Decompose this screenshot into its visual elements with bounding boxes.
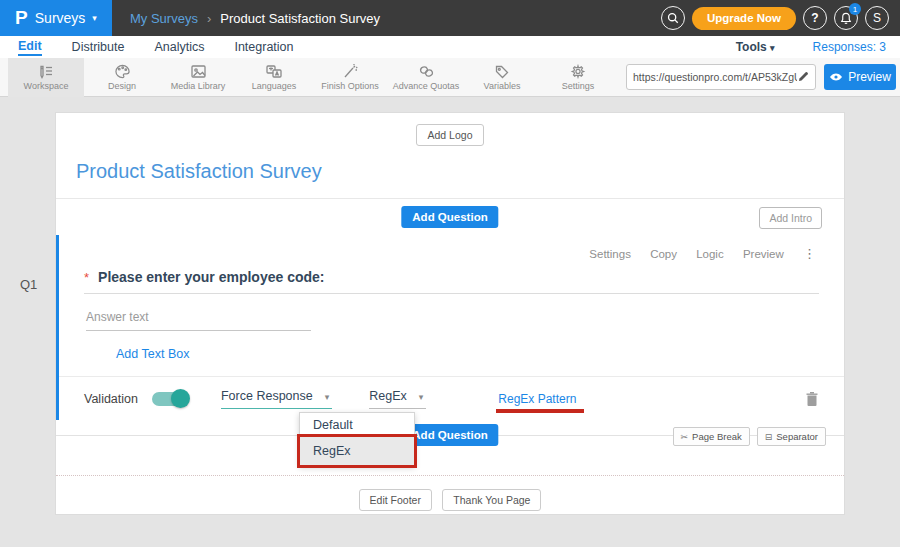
- top-bar: P Surveys ▾ My Surveys › Product Satisfa…: [0, 0, 900, 36]
- toolbar-label: Advance Quotas: [393, 81, 460, 91]
- tab-distribute[interactable]: Distribute: [72, 40, 125, 54]
- magic-wand-icon: [342, 64, 359, 79]
- chevron-down-icon: ▾: [770, 43, 775, 53]
- force-response-value: Force Response: [221, 389, 313, 403]
- languages-translate-icon: [265, 64, 283, 79]
- question-number: Q1: [20, 277, 37, 292]
- separator-button[interactable]: ⊟ Separator: [757, 427, 826, 446]
- tab-integration[interactable]: Integration: [234, 40, 293, 54]
- notifications-button[interactable]: 1: [834, 6, 858, 30]
- add-logo-button[interactable]: Add Logo: [416, 124, 485, 146]
- page-tools: ✂ Page Break ⊟ Separator: [673, 427, 826, 446]
- regex-pattern-link[interactable]: RegEx Pattern: [498, 392, 576, 406]
- tag-icon: [494, 64, 510, 79]
- add-intro-button[interactable]: Add Intro: [759, 207, 822, 229]
- question-preview-link[interactable]: Preview: [743, 248, 784, 260]
- toolbar-label: Languages: [252, 81, 297, 91]
- kebab-menu-icon[interactable]: ⋮: [803, 246, 816, 261]
- chevron-down-icon: ▾: [325, 392, 330, 402]
- tab-analytics[interactable]: Analytics: [154, 40, 204, 54]
- toolbar-label: Design: [108, 81, 136, 91]
- avatar-initial: S: [873, 11, 881, 25]
- toolbar-item-design[interactable]: Design: [84, 58, 160, 97]
- preview-button[interactable]: Preview: [824, 64, 896, 90]
- menu-option-default[interactable]: Default: [300, 413, 414, 437]
- question-text-row: * Please enter your employee code:: [84, 269, 819, 285]
- notification-badge: 1: [849, 3, 861, 15]
- upgrade-now-button[interactable]: Upgrade Now: [692, 7, 796, 30]
- question-text-underline: [84, 293, 819, 294]
- intro-row: Add Question Add Intro: [56, 199, 844, 235]
- toolbar-item-languages[interactable]: Languages: [236, 58, 312, 97]
- separator-icon: ⊟: [765, 432, 773, 442]
- separator-label: Separator: [776, 431, 818, 442]
- survey-card: Add Logo Product Satisfaction Survey Add…: [55, 112, 845, 515]
- page-break-icon: ✂: [681, 432, 689, 442]
- design-palette-icon: [114, 64, 131, 79]
- toolbar-item-variables[interactable]: Variables: [464, 58, 540, 97]
- question-copy-link[interactable]: Copy: [650, 248, 677, 260]
- validation-row: Validation Force Response ▾ RegEx ▾ RegE…: [59, 377, 844, 420]
- delete-question-button[interactable]: [805, 391, 819, 407]
- nav-tabs: Edit Distribute Analytics Integration: [18, 39, 294, 56]
- survey-canvas: Add Logo Product Satisfaction Survey Add…: [0, 97, 900, 515]
- edit-pencil-icon[interactable]: [797, 71, 809, 83]
- toolbar-item-workspace[interactable]: Workspace: [8, 58, 84, 97]
- help-icon: ?: [811, 11, 818, 25]
- toolbar-label: Settings: [562, 81, 595, 91]
- search-icon: [667, 12, 679, 24]
- validation-type-menu: Default RegEx: [299, 412, 415, 466]
- validation-type-dropdown[interactable]: RegEx ▾: [369, 389, 426, 409]
- survey-title[interactable]: Product Satisfaction Survey: [76, 160, 844, 183]
- question-text[interactable]: Please enter your employee code:: [98, 269, 324, 285]
- tools-label: Tools: [736, 40, 767, 54]
- help-button[interactable]: ?: [803, 6, 827, 30]
- gear-icon: [570, 64, 586, 79]
- eye-icon: [829, 72, 843, 82]
- question-logic-link[interactable]: Logic: [696, 248, 724, 260]
- workspace-icon: [37, 64, 55, 79]
- editor-toolbar: Workspace Design Media Library Languages…: [0, 58, 900, 97]
- nav-right: Tools ▾ Responses: 3: [736, 40, 886, 54]
- add-question-button-bottom[interactable]: Add Question: [401, 424, 498, 446]
- survey-url-value: https://questionpro.com/t/AP53kZgUI: [633, 71, 797, 83]
- thank-you-page-button[interactable]: Thank You Page: [442, 489, 541, 511]
- toolbar-label: Media Library: [171, 81, 226, 91]
- breadcrumb-separator: ›: [207, 11, 211, 26]
- footer-row: Edit Footer Thank You Page: [56, 489, 844, 511]
- breadcrumb-my-surveys[interactable]: My Surveys: [130, 11, 198, 26]
- toggle-knob: [171, 389, 190, 408]
- add-text-box-link[interactable]: Add Text Box: [116, 347, 844, 361]
- search-button[interactable]: [661, 6, 685, 30]
- tab-edit[interactable]: Edit: [18, 39, 42, 56]
- question-settings-link[interactable]: Settings: [589, 248, 631, 260]
- required-asterisk: *: [84, 270, 89, 285]
- toolbar-item-finish-options[interactable]: Finish Options: [312, 58, 388, 97]
- edit-footer-button[interactable]: Edit Footer: [359, 489, 432, 511]
- survey-url-field[interactable]: https://questionpro.com/t/AP53kZgUI: [626, 64, 816, 90]
- toolbar-item-advance-quotas[interactable]: Advance Quotas: [388, 58, 464, 97]
- force-response-dropdown[interactable]: Force Response ▾: [221, 389, 332, 409]
- toolbar-item-media-library[interactable]: Media Library: [160, 58, 236, 97]
- media-image-icon: [190, 64, 207, 79]
- validation-label: Validation: [84, 392, 138, 406]
- chain-links-icon: [418, 64, 435, 79]
- secondary-nav: Edit Distribute Analytics Integration To…: [0, 36, 900, 58]
- tools-dropdown[interactable]: Tools ▾: [736, 40, 775, 54]
- add-question-button-top[interactable]: Add Question: [401, 206, 498, 228]
- product-menu-label: Surveys: [35, 10, 86, 26]
- question-actions: Settings Copy Logic Preview ⋮: [59, 235, 844, 261]
- chevron-down-icon: ▾: [92, 14, 97, 23]
- toolbar-item-settings[interactable]: Settings: [540, 58, 616, 97]
- account-avatar[interactable]: S: [865, 6, 889, 30]
- page-break-button[interactable]: ✂ Page Break: [673, 427, 750, 446]
- footer-dotted-divider: [56, 475, 844, 476]
- validation-toggle[interactable]: [152, 392, 188, 406]
- product-menu[interactable]: P Surveys ▾: [0, 0, 112, 36]
- validation-type-value: RegEx: [369, 389, 407, 403]
- menu-option-regex[interactable]: RegEx: [300, 437, 414, 465]
- responses-count-link[interactable]: Responses: 3: [813, 40, 886, 54]
- answer-text-input[interactable]: Answer text: [86, 310, 311, 331]
- page-break-label: Page Break: [692, 431, 742, 442]
- breadcrumb-current-survey: Product Satisfaction Survey: [220, 11, 380, 26]
